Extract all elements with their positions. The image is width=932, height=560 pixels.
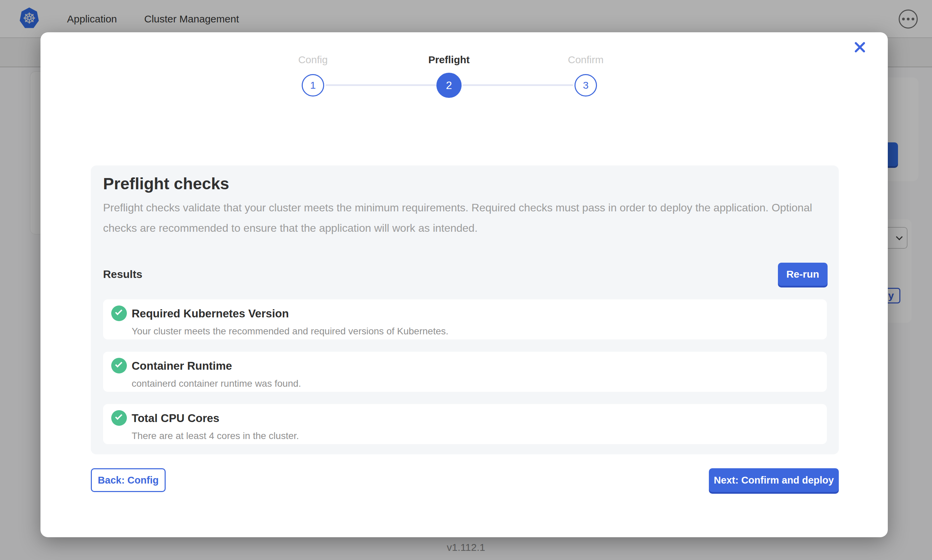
step-label-confirm: Confirm <box>568 54 603 66</box>
preflight-description: Preflight checks validate that your clus… <box>103 197 827 238</box>
step-connector <box>462 84 573 86</box>
step-circle-1[interactable]: 1 <box>302 74 324 97</box>
check-message: containerd container runtime was found. <box>132 378 817 389</box>
results-label: Results <box>103 268 142 281</box>
page-title: Preflight checks <box>103 175 827 193</box>
check-result-card: Required Kubernetes Version Your cluster… <box>103 299 827 340</box>
step-label-preflight: Preflight <box>428 54 470 66</box>
preflight-modal: Config Preflight Confirm 1 2 3 Preflight… <box>40 32 888 537</box>
next-button[interactable]: Next: Confirm and deploy <box>709 468 839 492</box>
step-connector <box>326 84 437 86</box>
check-results-list: Required Kubernetes Version Your cluster… <box>103 299 827 444</box>
step-label-config: Config <box>298 54 328 66</box>
check-title: Container Runtime <box>132 359 817 373</box>
check-message: There are at least 4 cores in the cluste… <box>132 431 817 442</box>
check-message: Your cluster meets the recommended and r… <box>132 326 817 337</box>
check-title: Total CPU Cores <box>132 411 817 425</box>
check-result-card: Container Runtime containerd container r… <box>103 352 827 392</box>
step-circle-3[interactable]: 3 <box>574 74 597 97</box>
preflight-panel: Preflight checks Preflight checks valida… <box>91 166 839 454</box>
check-result-card: Total CPU Cores There are at least 4 cor… <box>103 404 827 444</box>
success-check-icon <box>111 306 127 321</box>
success-check-icon <box>111 410 127 426</box>
back-button[interactable]: Back: Config <box>91 468 166 492</box>
check-title: Required Kubernetes Version <box>132 307 817 320</box>
results-row: Results Re-run <box>103 263 827 286</box>
close-icon[interactable] <box>852 39 868 55</box>
step-circle-2[interactable]: 2 <box>437 73 461 98</box>
rerun-button[interactable]: Re-run <box>778 263 827 286</box>
success-check-icon <box>111 358 127 374</box>
